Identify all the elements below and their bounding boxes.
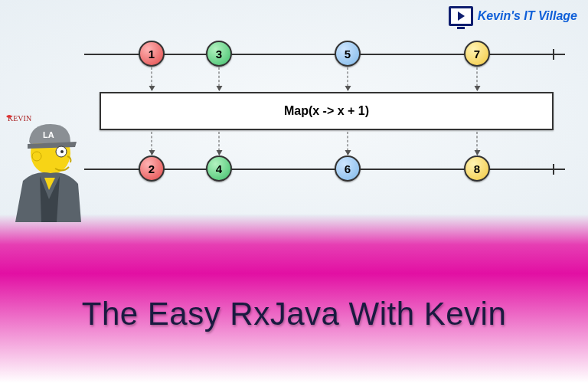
arrow-icon <box>219 67 220 90</box>
title-area: The Easy RxJava With Kevin <box>0 214 588 383</box>
timeline-end-tick <box>553 49 554 60</box>
tv-play-icon <box>449 6 473 26</box>
arrow-icon <box>219 132 220 155</box>
output-marble-4: 8 <box>464 155 490 182</box>
input-marble-3: 5 <box>335 41 361 67</box>
input-marble-2: 3 <box>206 41 232 67</box>
timeline-end-tick <box>553 164 554 175</box>
arrow-icon <box>152 132 152 155</box>
brand-text: Kevin's IT Village <box>478 9 577 23</box>
play-icon <box>458 11 465 21</box>
kevin-avatar: KEVIN LA <box>0 107 92 222</box>
avatar-cap-text: LA <box>43 130 54 139</box>
svg-point-2 <box>60 150 64 153</box>
output-marble-3: 6 <box>335 155 361 182</box>
arrow-icon <box>348 132 348 155</box>
svg-point-3 <box>32 152 41 161</box>
avatar-name-label: KEVIN <box>8 114 31 123</box>
arrow-icon <box>348 67 348 90</box>
output-marble-1: 2 <box>139 155 165 182</box>
brand-logo: Kevin's IT Village <box>449 6 577 26</box>
arrow-icon <box>152 67 152 90</box>
input-marble-1: 1 <box>139 41 165 67</box>
arrow-icon <box>477 67 478 90</box>
page-title: The Easy RxJava With Kevin <box>82 296 507 332</box>
output-marble-2: 4 <box>206 155 232 182</box>
input-marble-4: 7 <box>464 41 490 67</box>
operator-box: Map(x -> x + 1) <box>100 92 554 130</box>
diagram-area: Kevin's IT Village KEVIN LA <box>0 0 588 230</box>
arrow-icon <box>477 132 478 155</box>
